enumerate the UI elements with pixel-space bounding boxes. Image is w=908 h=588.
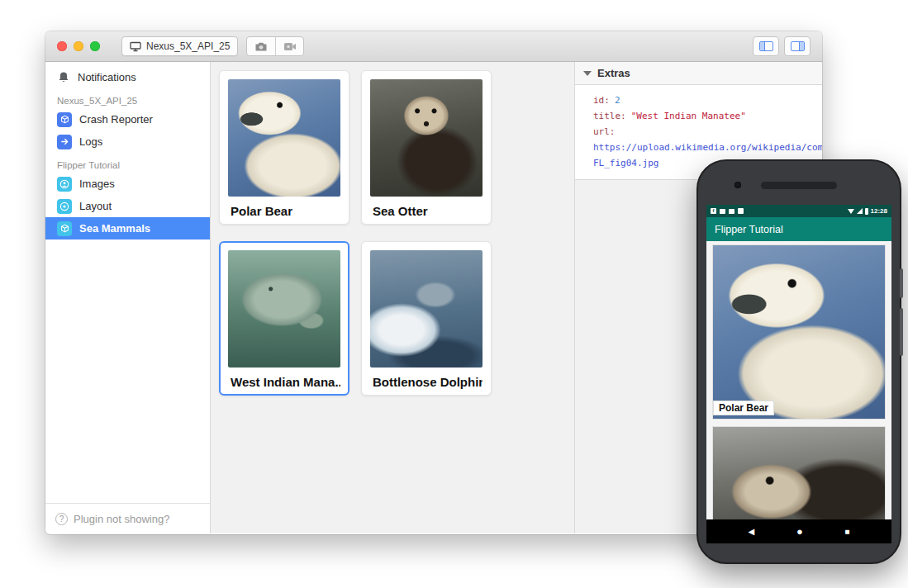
sidebar-item-label: Sea Mammals (79, 222, 150, 235)
back-icon: ◀ (749, 528, 755, 536)
toggle-right-panel-button[interactable] (784, 36, 811, 56)
logs-arrow-icon (57, 135, 72, 149)
minimize-button[interactable] (74, 41, 83, 51)
android-phone-mockup: f 12:28 Flipper Tutorial Polar (696, 159, 901, 564)
sidebar-item-notifications[interactable]: Notifications (45, 66, 210, 88)
plugin-help-link[interactable]: ? Plugin not showing? (45, 503, 210, 533)
capture-button-group (246, 36, 304, 56)
home-icon: ● (796, 526, 803, 537)
window-toolbar: Nexus_5X_API_25 (45, 31, 822, 62)
monitor-icon (130, 41, 141, 52)
card-title: Sea Otter (370, 197, 483, 218)
android-status-bar: f 12:28 (706, 205, 891, 217)
wifi-icon (848, 209, 854, 214)
sidebar-item-label: Notifications (78, 71, 136, 83)
sidebar-item-label: Crash Reporter (79, 113, 153, 126)
close-button[interactable] (57, 41, 67, 51)
traffic-lights (57, 41, 100, 51)
desktop-background: Nexus_5X_API_25 (0, 0, 908, 588)
toggle-left-panel-button[interactable] (753, 36, 779, 56)
extras-title: Extras (597, 67, 630, 79)
video-camera-icon (283, 42, 297, 51)
left-panel-icon (759, 41, 773, 51)
sidebar-item-label: Images (79, 178, 115, 190)
system-status-icons: 12:28 (848, 207, 887, 215)
chat-bubble-icon (720, 209, 725, 214)
android-app-bar: Flipper Tutorial (706, 217, 891, 241)
gallery-card-sea-otter[interactable]: Sea Otter (361, 70, 492, 225)
question-mark-icon: ? (55, 513, 68, 525)
card-title: West Indian Mana... (228, 368, 340, 389)
phone-card-label: Polar Bear (713, 401, 774, 415)
sidebar-item-label: Layout (79, 200, 112, 212)
panel-toggle-group (753, 36, 811, 56)
gallery-card-bottlenose-dolphin[interactable]: Bottlenose Dolphin (361, 241, 492, 396)
clock-text: 12:28 (871, 207, 887, 215)
camera-icon (254, 41, 268, 52)
plugin-sidebar: Notifications Nexus_5X_API_25 Crash Repo… (45, 62, 211, 533)
phone-polar-bear-card: Polar Bear (713, 245, 885, 419)
device-selector-button[interactable]: Nexus_5X_API_25 (121, 36, 238, 56)
front-camera-icon (734, 182, 741, 188)
manatee-photo (228, 250, 340, 368)
sea-mammals-cube-icon (57, 221, 72, 236)
crash-reporter-cube-icon (57, 112, 72, 127)
volume-button (900, 308, 903, 356)
sidebar-section-device: Nexus_5X_API_25 (45, 88, 210, 108)
chat-bubble-icon (729, 209, 734, 214)
code-line-title: title:"West Indian Manatee" (593, 108, 819, 124)
battery-icon (865, 208, 868, 215)
screen-record-button[interactable] (275, 37, 303, 55)
card-title: Polar Bear (228, 197, 340, 218)
sidebar-item-images[interactable]: Images (45, 173, 210, 195)
gallery-card-polar-bear[interactable]: Polar Bear (219, 70, 349, 225)
sea-mammals-gallery: Polar Bear Sea Otter West Indian Mana...… (211, 62, 574, 533)
notification-icons: f (711, 208, 744, 214)
images-person-icon (57, 177, 72, 192)
cell-signal-icon (857, 208, 863, 214)
sidebar-item-label: Logs (79, 135, 102, 148)
device-name: Nexus_5X_API_25 (146, 40, 230, 52)
usb-notification-icon (738, 208, 744, 214)
phone-polar-bear-photo (713, 245, 885, 419)
android-nav-bar: ◀ ● ■ (706, 519, 891, 543)
phone-screen: f 12:28 Flipper Tutorial Polar (706, 205, 891, 543)
facebook-notification-icon: f (711, 208, 716, 214)
dolphin-photo (370, 250, 483, 368)
bell-icon (57, 71, 70, 84)
polar-bear-photo (228, 79, 340, 197)
sidebar-section-tutorial: Flipper Tutorial (45, 153, 210, 173)
gallery-card-west-indian-manatee[interactable]: West Indian Mana... (219, 241, 349, 396)
sidebar-item-logs[interactable]: Logs (45, 130, 210, 153)
earpiece-speaker (761, 182, 837, 189)
screenshot-button[interactable] (247, 37, 275, 55)
code-line-id: id:2 (593, 92, 819, 108)
phone-app-content: Polar Bear (706, 241, 891, 519)
sea-otter-photo (370, 79, 483, 197)
app-bar-title: Flipper Tutorial (715, 224, 783, 235)
collapse-triangle-icon (583, 71, 592, 76)
help-label: Plugin not showing? (74, 513, 169, 525)
code-line-url-key: url: (593, 124, 819, 140)
phone-sea-otter-photo (713, 427, 885, 519)
layout-target-icon (57, 199, 72, 214)
sidebar-item-sea-mammals[interactable]: Sea Mammals (45, 217, 210, 239)
power-button (900, 268, 903, 298)
sidebar-item-crash-reporter[interactable]: Crash Reporter (45, 108, 210, 130)
zoom-button[interactable] (90, 41, 100, 51)
card-title: Bottlenose Dolphin (370, 368, 483, 389)
recents-icon: ■ (844, 528, 849, 536)
sidebar-item-layout[interactable]: Layout (45, 195, 210, 217)
extras-header[interactable]: Extras (575, 62, 822, 85)
right-panel-icon (791, 41, 805, 51)
code-line-url-value: https://upload.wikimedia.org/wikipedia/c… (593, 140, 819, 155)
